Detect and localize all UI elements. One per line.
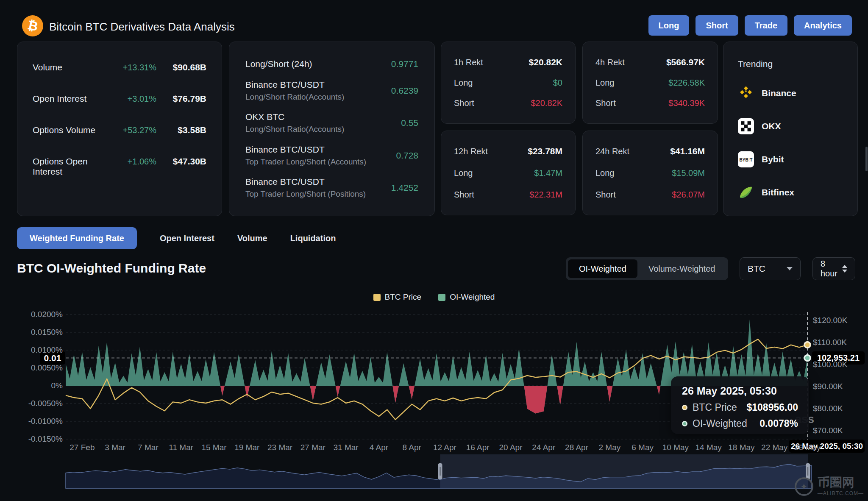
rekt-short-label: Short [595, 98, 668, 108]
tab-liquidation[interactable]: Liquidation [290, 227, 336, 249]
stat-row: Open Interest+3.01%$76.79B [33, 94, 206, 104]
okx-icon [738, 118, 754, 134]
stat-value: $47.30B [156, 156, 206, 167]
ratio-title: Binance BTC/USDT [245, 80, 391, 90]
rekt-long-row: Long$0 [454, 78, 562, 88]
toggle-option-volume-weighted[interactable]: Volume-Weighted [637, 259, 726, 278]
rekt-total: $23.78M [528, 146, 562, 156]
bitfinex-icon [738, 184, 754, 200]
stat-value: $3.58B [156, 125, 206, 135]
rekt-header-row: 1h Rekt$20.82K [454, 57, 562, 67]
tooltip-row-btc-price: BTC Price $108956.00 [682, 402, 798, 413]
rekt-short-label: Short [454, 190, 529, 200]
ratio-row: Long/Short (24h)0.9771 [245, 59, 418, 69]
stat-value: $76.79B [156, 94, 206, 104]
y-axis-label-left: 0.0100% [13, 345, 63, 355]
rekt-long-row: Long$15.09M [595, 168, 705, 178]
ratio-title: OKX BTC [245, 112, 401, 122]
scrollbar-thumb[interactable] [865, 147, 868, 171]
chart-tooltip: 26 May 2025, 05:30 BTC Price $108956.00 … [671, 376, 809, 434]
rekt-short-row: Short$340.39K [595, 98, 705, 108]
rekt-card-4h: 4h Rekt$566.97KLong$226.58KShort$340.39K [582, 42, 718, 124]
tab-weighted-funding-rate[interactable]: Weighted Funding Rate [17, 227, 137, 249]
stat-change: +1.06% [101, 157, 156, 167]
rekt-long-value: $15.09M [672, 168, 705, 178]
rekt-short-row: Short$22.31M [454, 190, 562, 200]
trending-item-bitfinex[interactable]: Bitfinex [738, 184, 843, 200]
market-stats-card: Volume+13.31%$90.68BOpen Interest+3.01%$… [17, 42, 222, 216]
ratio-row: Binance BTC/USDTTop Trader Long/Short (P… [245, 177, 418, 199]
chart-tabs: Weighted Funding RateOpen InterestVolume… [17, 227, 336, 249]
rekt-short-row: Short$26.07M [595, 190, 705, 200]
ratio-subtitle: Top Trader Long/Short (Positions) [245, 189, 391, 199]
stat-label: Volume [33, 62, 101, 72]
tab-open-interest[interactable]: Open Interest [160, 227, 214, 249]
y-axis-label-right: $100.00K [813, 360, 847, 369]
long-short-ratio-card: Long/Short (24h)0.9771Binance BTC/USDTLo… [229, 42, 435, 216]
trending-item-binance[interactable]: Binance [738, 85, 843, 101]
navigator-selection[interactable] [440, 454, 808, 488]
stat-label: Options Volume [33, 125, 101, 135]
rekt-short-label: Short [595, 190, 672, 200]
chart-legend: BTC PriceOI-Weighted [0, 292, 868, 302]
rekt-header-row: 24h Rekt$41.16M [595, 146, 705, 156]
coin-select[interactable]: BTC [740, 257, 801, 280]
ratio-title: Binance BTC/USDT [245, 145, 396, 155]
ratio-subtitle: Long/Short Ratio(Accounts) [245, 92, 391, 102]
chart-navigator[interactable] [0, 452, 868, 493]
ratio-value: 0.6239 [391, 86, 418, 96]
stat-change: +3.01% [101, 94, 156, 104]
stat-row: Volume+13.31%$90.68B [33, 62, 206, 72]
stat-label: Options Open Interest [33, 156, 101, 177]
interval-select-value: 8 hour [821, 259, 839, 278]
stat-change: +53.27% [101, 125, 156, 135]
legend-label: OI-Weighted [450, 292, 495, 302]
ratio-text: Long/Short (24h) [245, 59, 391, 69]
ratio-text: Binance BTC/USDTTop Trader Long/Short (P… [245, 177, 391, 199]
y-axis-label-right: $70.00K [813, 426, 843, 435]
y-axis-label-left: 0.0050% [13, 363, 63, 373]
header-button-analytics[interactable]: Analytics [794, 15, 852, 36]
funding-rate-chart[interactable]: ass 0.01 102,953.21 26 May 2025, 05:30 2… [0, 308, 868, 454]
trending-item-bybit[interactable]: BYB!TBybit [738, 151, 843, 167]
rekt-card-24h: 24h Rekt$41.16MLong$15.09MShort$26.07M [582, 131, 718, 215]
y-axis-label-left: 0.0200% [13, 310, 63, 319]
bybit-icon: BYB!T [738, 151, 754, 167]
rekt-short-value: $20.82K [531, 98, 562, 108]
coin-select-value: BTC [748, 264, 765, 274]
header-button-long[interactable]: Long [648, 15, 690, 36]
rekt-title: 24h Rekt [595, 147, 670, 156]
rekt-card-12h: 12h Rekt$23.78MLong$1.47MShort$22.31M [441, 131, 576, 215]
ratio-value: 0.55 [401, 118, 418, 128]
rekt-long-label: Long [454, 168, 534, 178]
tooltip-row-oi-weighted: OI-Weighted 0.0078% [682, 418, 798, 429]
y-axis-label-right: $110.00K [813, 338, 847, 347]
trending-item-okx[interactable]: OKX [738, 118, 843, 134]
toggle-option-oi-weighted[interactable]: OI-Weighted [568, 259, 637, 278]
ratio-subtitle: Top Trader Long/Short (Accounts) [245, 157, 396, 167]
page: ₿ Bitcoin BTC Derivatives Data Analysis … [0, 0, 868, 501]
rekt-title: 1h Rekt [454, 58, 529, 67]
rekt-header-row: 4h Rekt$566.97K [595, 57, 705, 67]
tab-volume[interactable]: Volume [237, 227, 267, 249]
chevron-down-icon [787, 267, 793, 270]
rekt-title: 12h Rekt [454, 147, 528, 156]
stat-row: Options Volume+53.27%$3.58B [33, 125, 206, 135]
y-axis-label-right: $120.00K [813, 316, 847, 325]
header-button-trade[interactable]: Trade [745, 15, 787, 36]
site-watermark-domain: —ALIBTC.COM— [818, 490, 864, 496]
rekt-title: 4h Rekt [595, 58, 666, 67]
funding-crosshair-dot [804, 355, 810, 361]
interval-select[interactable]: 8 hour [812, 257, 855, 280]
header-button-short[interactable]: Short [696, 15, 738, 36]
legend-swatch [438, 294, 445, 301]
ratio-title: Binance BTC/USDT [245, 177, 391, 187]
trending-name: Bybit [762, 154, 784, 164]
rekt-long-row: Long$226.58K [595, 78, 705, 88]
rekt-short-row: Short$20.82K [454, 98, 562, 108]
rekt-total: $566.97K [666, 57, 705, 67]
ratio-row: Binance BTC/USDTTop Trader Long/Short (A… [245, 145, 418, 167]
stat-value: $90.68B [156, 62, 206, 72]
site-watermark-icon: ✦ [795, 477, 813, 496]
spinner-icon [842, 265, 847, 273]
